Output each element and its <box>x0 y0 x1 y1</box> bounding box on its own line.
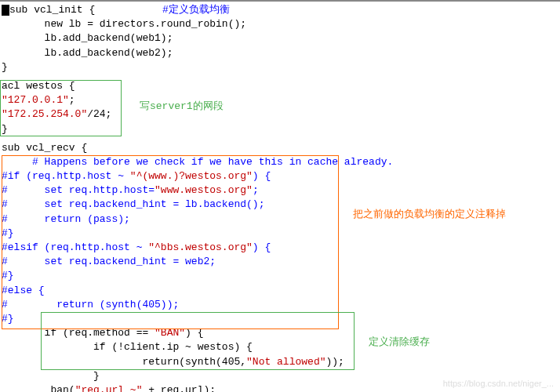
acl-highlight-box <box>0 80 122 136</box>
ban-highlight-box <box>41 312 355 370</box>
code-line: new lb = directors.round_robin(); <box>0 17 560 31</box>
code-line: sub vcl_init { #定义负载均衡 <box>0 3 560 17</box>
annotation-acl: 写server1的网段 <box>140 100 224 114</box>
annotation-ban: 定义清除缓存 <box>369 336 430 350</box>
cursor <box>2 5 9 16</box>
code-line: lb.add_backend(web1); <box>0 31 560 45</box>
recv-line: sub vcl_recv { <box>0 141 560 155</box>
top-border <box>0 0 560 2</box>
code-line: } <box>0 60 560 74</box>
watermark: https://blog.csdn.net/niger_... <box>443 378 554 390</box>
code-line: lb.add_backend(web2); <box>0 46 560 60</box>
annotation-commented: 把之前做的负载均衡的定义注释掉 <box>353 208 506 222</box>
commented-highlight-box <box>2 155 339 329</box>
